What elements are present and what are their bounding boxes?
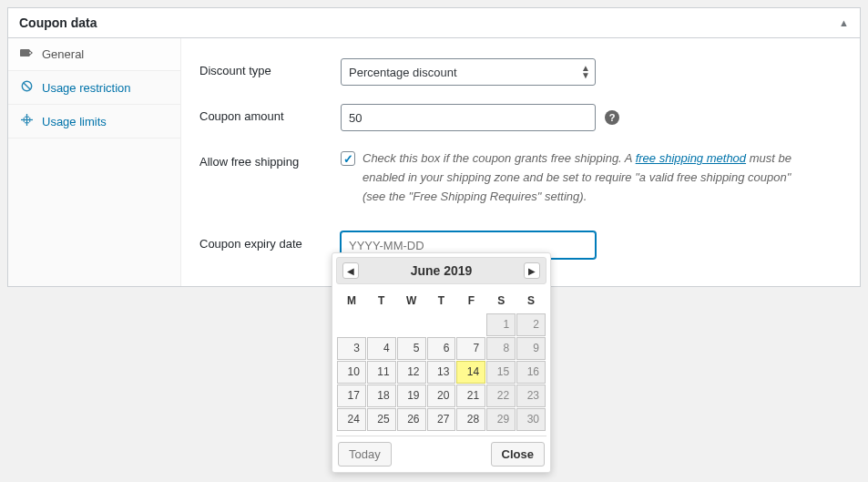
tab-label: General <box>42 47 84 61</box>
free-shipping-method-link[interactable]: free shipping method <box>636 151 746 165</box>
datepicker-day[interactable]: 16 <box>516 361 546 384</box>
datepicker-day[interactable]: 3 <box>337 337 366 360</box>
datepicker-day[interactable]: 30 <box>516 408 546 431</box>
datepicker-header: ◀ June 2019 ▶ <box>336 257 546 284</box>
row-free-shipping: Allow free shipping Check this box if th… <box>199 140 842 215</box>
tabs-sidebar: General Usage restriction Usage limits <box>8 38 181 286</box>
tab-general[interactable]: General <box>8 38 180 71</box>
tab-label: Usage restriction <box>42 81 131 95</box>
tab-label: Usage limits <box>42 115 107 128</box>
datepicker-day[interactable]: 26 <box>397 408 426 431</box>
panel-body: General Usage restriction Usage limits D… <box>8 38 860 286</box>
datepicker-day[interactable]: 14 <box>456 361 485 384</box>
datepicker-day[interactable]: 8 <box>486 337 516 360</box>
datepicker-popup: ◀ June 2019 ▶ MTWTFSS 123456789101112131… <box>332 252 551 473</box>
label-expiry-date: Coupon expiry date <box>199 231 341 251</box>
datepicker-day[interactable]: 29 <box>486 408 516 431</box>
datepicker-day[interactable]: 22 <box>486 385 516 407</box>
datepicker-title: June 2019 <box>411 263 473 278</box>
datepicker-day[interactable]: 10 <box>337 361 366 384</box>
label-free-shipping: Allow free shipping <box>199 149 341 169</box>
datepicker-grid: MTWTFSS 12345678910111213141516171819202… <box>336 288 546 432</box>
datepicker-day[interactable]: 25 <box>367 408 396 431</box>
tab-usage-restriction[interactable]: Usage restriction <box>8 71 180 105</box>
datepicker-dow: M <box>337 289 366 313</box>
collapse-toggle-icon[interactable]: ▲ <box>839 17 849 28</box>
coupon-data-panel: Coupon data ▲ General Usage restriction <box>7 7 861 287</box>
datepicker-dow: T <box>367 289 396 313</box>
datepicker-day[interactable]: 19 <box>397 385 426 407</box>
ban-icon <box>19 80 34 95</box>
label-discount-type: Discount type <box>199 58 341 77</box>
datepicker-dow: S <box>486 289 516 313</box>
datepicker-day[interactable]: 28 <box>456 408 485 431</box>
limits-icon <box>19 114 34 128</box>
datepicker-day[interactable]: 2 <box>516 313 546 336</box>
datepicker-prev-button[interactable]: ◀ <box>342 262 359 279</box>
datepicker-day[interactable]: 23 <box>516 385 546 407</box>
datepicker-day[interactable]: 1 <box>486 313 516 336</box>
tab-usage-limits[interactable]: Usage limits <box>8 105 180 138</box>
datepicker-day[interactable]: 7 <box>456 337 485 360</box>
tag-icon <box>19 47 34 61</box>
datepicker-day[interactable]: 4 <box>367 337 396 360</box>
panel-header: Coupon data ▲ <box>8 8 860 38</box>
panel-title: Coupon data <box>19 15 97 30</box>
desc-text-pre: Check this box if the coupon grants free… <box>363 151 636 165</box>
help-icon[interactable]: ? <box>605 110 619 125</box>
row-discount-type: Discount type Percentage discount ▲▼ <box>199 49 842 95</box>
svg-point-2 <box>29 52 31 54</box>
datepicker-close-button[interactable]: Close <box>491 442 545 467</box>
datepicker-day[interactable]: 5 <box>397 337 426 360</box>
datepicker-day[interactable]: 24 <box>337 408 366 431</box>
svg-rect-0 <box>20 49 30 56</box>
datepicker-next-button[interactable]: ▶ <box>524 262 540 279</box>
datepicker-today-button[interactable]: Today <box>338 442 392 467</box>
datepicker-day[interactable]: 27 <box>427 408 456 431</box>
datepicker-day[interactable]: 21 <box>456 385 485 407</box>
datepicker-dow: F <box>456 289 485 313</box>
svg-line-4 <box>23 83 29 89</box>
datepicker-footer: Today Close <box>336 436 546 468</box>
datepicker-day[interactable]: 13 <box>427 361 456 384</box>
datepicker-dow: W <box>397 289 426 313</box>
datepicker-dow: T <box>427 289 456 313</box>
tab-content-general: Discount type Percentage discount ▲▼ Cou… <box>181 38 860 286</box>
datepicker-day[interactable]: 20 <box>427 385 456 407</box>
datepicker-day[interactable]: 9 <box>516 337 546 360</box>
datepicker-day[interactable]: 12 <box>397 361 426 384</box>
label-coupon-amount: Coupon amount <box>199 104 341 123</box>
free-shipping-description: Check this box if the coupon grants free… <box>363 149 796 206</box>
coupon-amount-input[interactable] <box>341 104 596 131</box>
datepicker-day[interactable]: 15 <box>486 361 516 384</box>
datepicker-day[interactable]: 6 <box>427 337 456 360</box>
datepicker-day[interactable]: 17 <box>337 385 366 407</box>
free-shipping-checkbox[interactable] <box>341 151 355 166</box>
datepicker-day[interactable]: 18 <box>367 385 396 407</box>
discount-type-select[interactable]: Percentage discount <box>341 58 596 86</box>
datepicker-dow: S <box>516 289 546 313</box>
datepicker-day[interactable]: 11 <box>367 361 396 384</box>
row-coupon-amount: Coupon amount ? <box>199 95 842 140</box>
